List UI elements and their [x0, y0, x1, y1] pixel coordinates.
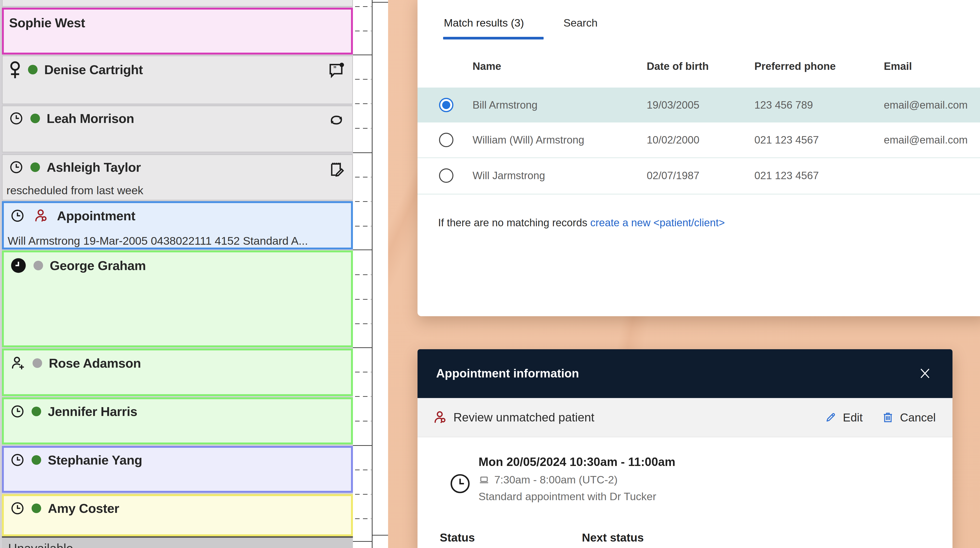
- patient-name: George Graham: [50, 258, 146, 273]
- status-dot: [32, 455, 41, 465]
- appointment-card-sophie-west[interactable]: Sophie West: [2, 8, 353, 54]
- status-dot: [33, 358, 42, 368]
- clock-icon: [10, 453, 25, 467]
- appointment-card-stephanie-yang[interactable]: Stephanie Yang: [2, 446, 353, 493]
- match-row-william-armstrong[interactable]: William (Will) Armstrong 10/02/2000 021 …: [417, 122, 980, 157]
- patient-name: Rose Adamson: [49, 356, 141, 370]
- appointment-local-time: 7:30am - 8:00am (UTC-2): [479, 473, 617, 486]
- appointment-card-jennifer-harris[interactable]: Jennifer Harris: [2, 397, 353, 445]
- radio-unselected[interactable]: [439, 168, 453, 183]
- create-new-patient-link[interactable]: create a new <patient/client>: [590, 217, 725, 229]
- hour-grid-line: [353, 54, 372, 55]
- clock-icon: [9, 111, 24, 126]
- clock-icon: [449, 473, 471, 495]
- hour-grid-line: [353, 152, 372, 153]
- quarter-hour-dashed-line: [355, 226, 371, 227]
- cell-phone: 021 123 4567: [754, 170, 819, 181]
- review-unmatched-label: Review unmatched patient: [453, 410, 594, 424]
- hour-grid-line: [353, 445, 372, 446]
- next-status-label: Next status: [582, 531, 644, 544]
- tab-search[interactable]: Search: [563, 17, 598, 29]
- column-header-email: Email: [884, 60, 912, 72]
- appointment-card-unmatched[interactable]: Appointment Will Armstrong 19-Mar-2005 0…: [2, 201, 353, 249]
- match-row-bill-armstrong[interactable]: Bill Armstrong 19/03/2005 123 456 789 em…: [417, 87, 980, 122]
- local-time-text: 7:30am - 8:00am (UTC-2): [494, 473, 617, 486]
- cell-email: email@email.com: [884, 99, 967, 111]
- quarter-hour-dashed-line: [355, 518, 371, 519]
- grid-line-fragment: [372, 535, 388, 535]
- appointment-card-denise-cartright[interactable]: Denise Cartright ”: [2, 56, 353, 104]
- close-icon[interactable]: [918, 367, 932, 380]
- clock-icon: [10, 404, 25, 419]
- edit-button[interactable]: Edit: [824, 411, 863, 424]
- status-dot: [33, 261, 43, 270]
- status-label: Status: [440, 531, 475, 544]
- quarter-hour-dashed-line: [355, 177, 371, 178]
- patient-name: Jennifer Harris: [48, 404, 137, 419]
- note-edit-icon: [327, 160, 345, 178]
- status-dot: [30, 162, 40, 172]
- appointment-card-george-graham[interactable]: George Graham: [2, 251, 353, 347]
- cell-dob: 02/07/1987: [647, 170, 699, 181]
- row-separator: [417, 194, 980, 194]
- cell-dob: 10/02/2000: [647, 134, 699, 146]
- hour-grid-line: [353, 541, 372, 542]
- quarter-hour-dashed-line: [355, 421, 371, 421]
- quarter-hour-dashed-line: [355, 201, 371, 202]
- no-match-text: If there are no matching records: [438, 217, 590, 229]
- column-header-phone: Preferred phone: [754, 60, 836, 72]
- hour-grid-line: [353, 249, 372, 250]
- quarter-hour-dashed-line: [355, 6, 371, 7]
- appointment-datetime: Mon 20/05/2024 10:30am - 11:00am: [479, 455, 675, 469]
- appointment-card-amy-coster[interactable]: Amy Coster: [2, 494, 353, 536]
- patient-name: Ashleigh Taylor: [47, 160, 141, 175]
- quarter-hour-dashed-line: [355, 31, 371, 31]
- radio-unselected[interactable]: [439, 133, 453, 147]
- patient-name: Sophie West: [9, 15, 85, 30]
- schedule-column: Sophie West Denise Cartright ” Leah Morr…: [0, 0, 353, 548]
- status-dot: [32, 407, 41, 416]
- quarter-hour-dashed-line: [355, 323, 371, 324]
- cancel-label: Cancel: [900, 411, 936, 424]
- column-header-name: Name: [473, 60, 501, 72]
- cell-name: William (Will) Armstrong: [473, 134, 584, 146]
- quarter-hour-dashed-line: [355, 396, 371, 397]
- pencil-icon: [824, 411, 837, 424]
- tab-match-results[interactable]: Match results (3): [444, 17, 524, 29]
- quarter-hour-dashed-line: [355, 299, 371, 300]
- cell-phone: 021 123 4567: [754, 134, 819, 146]
- active-tab-underline: [443, 37, 544, 40]
- appointment-information-panel: Appointment information Review unmatched…: [417, 349, 953, 548]
- patient-match-modal: Match results (3) Search Name Date of bi…: [417, 0, 980, 316]
- appointment-book-screen: Sophie West Denise Cartright ” Leah Morr…: [0, 0, 980, 548]
- trash-icon: [881, 411, 894, 424]
- patient-name: Stephanie Yang: [48, 453, 142, 467]
- hour-grid-line: [353, 347, 372, 348]
- appointment-description: Standard appointment with Dr Tucker: [479, 490, 656, 503]
- status-dot: [30, 114, 40, 123]
- time-gutter: [353, 0, 388, 548]
- clock-icon: [10, 208, 25, 223]
- appointment-card-rose-adamson[interactable]: Rose Adamson: [2, 348, 353, 396]
- radio-selected[interactable]: [439, 98, 453, 112]
- status-dot: [32, 504, 41, 513]
- clock-icon: [9, 160, 24, 175]
- appointment-card-partial[interactable]: [2, 0, 353, 7]
- no-match-line: If there are no matching records create …: [438, 217, 725, 229]
- grid-line-fragment: [372, 2, 388, 3]
- appointment-card-leah-morrison[interactable]: Leah Morrison: [2, 105, 353, 152]
- cancel-button[interactable]: Cancel: [881, 411, 936, 424]
- quarter-hour-dashed-line: [355, 372, 371, 372]
- unmatched-patient-icon: [432, 410, 448, 425]
- clock-filled-icon: [10, 257, 27, 274]
- quarter-hour-dashed-line: [355, 128, 371, 129]
- appointment-card-ashleigh-taylor[interactable]: Ashleigh Taylor rescheduled from last we…: [2, 154, 353, 200]
- column-header-dob: Date of birth: [647, 60, 709, 72]
- chat-notification-icon: ”: [327, 62, 345, 79]
- person-add-icon: [10, 355, 26, 371]
- quarter-hour-dashed-line: [355, 274, 371, 275]
- unmatched-patient-icon: [33, 208, 49, 224]
- panel-header: Appointment information: [417, 349, 953, 398]
- recurring-icon: [328, 111, 345, 129]
- match-row-will-jarmstrong[interactable]: Will Jarmstrong 02/07/1987 021 123 4567: [417, 158, 980, 193]
